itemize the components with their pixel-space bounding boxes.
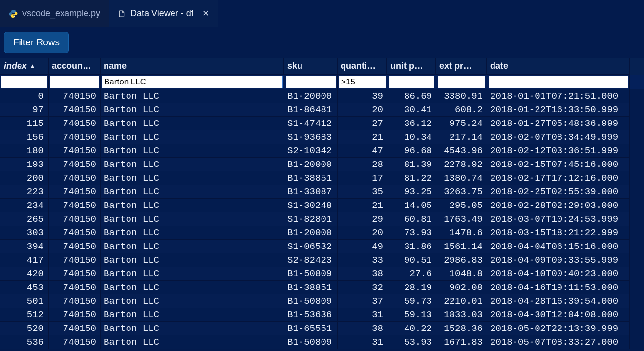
- cell-sku: B1-86481: [284, 103, 338, 117]
- table-row[interactable]: 417740150Barton LLCS2-824233390.512986.8…: [0, 253, 644, 267]
- cell-unit_price: 53.93: [387, 335, 436, 349]
- cell-unit_price: 59.13: [387, 308, 436, 322]
- cell-unit_price: 10.34: [387, 130, 436, 144]
- table-row[interactable]: 234740150Barton LLCS1-302482114.05295.05…: [0, 199, 644, 212]
- column-header-quantity[interactable]: quanti…: [338, 58, 387, 75]
- cell-name: Barton LLC: [101, 253, 284, 267]
- cell-sku: B1-20000: [284, 89, 338, 103]
- tab-vscode-example[interactable]: vscode_example.py: [0, 0, 109, 27]
- table-row[interactable]: 453740150Barton LLCB1-388513228.19902.08…: [0, 281, 644, 294]
- table-row[interactable]: 512740150Barton LLCB1-536363159.131833.0…: [0, 308, 644, 322]
- filter-input-ext-price[interactable]: [438, 76, 485, 88]
- cell-unit_price: 30.41: [387, 103, 436, 117]
- filter-input-index[interactable]: [1, 76, 47, 88]
- grid-header-row: index ▲ accoun… name sku quanti… unit p……: [0, 58, 644, 75]
- table-row[interactable]: 156740150Barton LLCS1-936832110.34217.14…: [0, 130, 644, 144]
- column-header-ext-price[interactable]: ext pr…: [436, 58, 487, 75]
- svg-point-1: [14, 16, 15, 16]
- column-header-account[interactable]: accoun…: [49, 58, 101, 75]
- file-icon: [118, 10, 126, 18]
- table-row[interactable]: 0740150Barton LLCB1-200003986.693380.912…: [0, 89, 644, 103]
- cell-date: 2018-02-17T17:12:16.000: [487, 171, 630, 185]
- cell-index: 536: [0, 335, 49, 349]
- filter-input-sku[interactable]: [286, 76, 336, 88]
- close-icon[interactable]: ✕: [202, 8, 209, 19]
- cell-date: 2018-03-07T10:24:53.999: [487, 212, 630, 226]
- table-row[interactable]: 97740150Barton LLCB1-864812030.41608.220…: [0, 103, 644, 117]
- table-row[interactable]: 115740150Barton LLCS1-474122736.12975.24…: [0, 117, 644, 130]
- filter-input-name[interactable]: [102, 76, 282, 88]
- table-row[interactable]: 501740150Barton LLCB1-508093759.732210.0…: [0, 294, 644, 308]
- cell-ext_price: 1763.49: [436, 212, 487, 226]
- cell-date: 2018-02-15T07:45:16.000: [487, 158, 630, 171]
- filter-rows-button[interactable]: Filter Rows: [4, 32, 69, 53]
- cell-date: 2018-01-22T16:33:50.999: [487, 103, 630, 117]
- cell-ext_price: 3380.91: [436, 89, 487, 103]
- table-row[interactable]: 303740150Barton LLCB1-200002073.931478.6…: [0, 226, 644, 240]
- table-row[interactable]: 223740150Barton LLCB1-330873593.253263.7…: [0, 185, 644, 199]
- cell-account: 740150: [49, 267, 101, 281]
- cell-index: 193: [0, 158, 49, 171]
- cell-name: Barton LLC: [101, 144, 284, 158]
- cell-account: 740150: [49, 171, 101, 185]
- cell-quantity: 21: [338, 130, 387, 144]
- cell-ext_price: 2986.83: [436, 253, 487, 267]
- cell-name: Barton LLC: [101, 267, 284, 281]
- table-row[interactable]: 520740150Barton LLCB1-655513840.221528.3…: [0, 322, 644, 335]
- filter-input-account[interactable]: [50, 76, 99, 88]
- data-grid: index ▲ accoun… name sku quanti… unit p……: [0, 58, 644, 349]
- filter-input-quantity[interactable]: [339, 76, 386, 88]
- grid-body: 0740150Barton LLCB1-200003986.693380.912…: [0, 89, 644, 349]
- column-header-name[interactable]: name: [101, 58, 284, 75]
- cell-ext_price: 1528.36: [436, 322, 487, 335]
- tab-data-viewer[interactable]: Data Viewer - df ✕: [109, 0, 218, 27]
- cell-account: 740150: [49, 240, 101, 253]
- cell-quantity: 35: [338, 185, 387, 199]
- cell-sku: S1-06532: [284, 240, 338, 253]
- cell-ext_price: 2278.92: [436, 158, 487, 171]
- cell-date: 2018-04-04T06:15:16.000: [487, 240, 630, 253]
- cell-sku: B1-65551: [284, 322, 338, 335]
- table-row[interactable]: 200740150Barton LLCB1-388511781.221380.7…: [0, 171, 644, 185]
- cell-date: 2018-04-30T12:04:08.000: [487, 308, 630, 322]
- cell-index: 97: [0, 103, 49, 117]
- cell-unit_price: 36.12: [387, 117, 436, 130]
- filter-input-unit-price[interactable]: [389, 76, 434, 88]
- cell-quantity: 39: [338, 89, 387, 103]
- table-row[interactable]: 420740150Barton LLCB1-508093827.61048.82…: [0, 267, 644, 281]
- table-row[interactable]: 536740150Barton LLCB1-508093153.931671.8…: [0, 335, 644, 349]
- column-header-sku[interactable]: sku: [284, 58, 338, 75]
- cell-date: 2018-02-07T08:34:49.999: [487, 130, 630, 144]
- table-row[interactable]: 180740150Barton LLCS2-103424796.684543.9…: [0, 144, 644, 158]
- data-viewer-toolbar: Filter Rows: [0, 27, 644, 58]
- cell-unit_price: 93.25: [387, 185, 436, 199]
- column-header-index[interactable]: index ▲: [0, 58, 49, 75]
- cell-name: Barton LLC: [101, 294, 284, 308]
- column-header-date[interactable]: date: [487, 58, 630, 75]
- table-row[interactable]: 193740150Barton LLCB1-200002881.392278.9…: [0, 158, 644, 171]
- cell-unit_price: 73.93: [387, 226, 436, 240]
- cell-sku: S1-82801: [284, 212, 338, 226]
- cell-index: 417: [0, 253, 49, 267]
- cell-date: 2018-02-25T02:55:39.000: [487, 185, 630, 199]
- column-header-unit-price[interactable]: unit p…: [387, 58, 436, 75]
- sort-asc-icon: ▲: [30, 63, 35, 69]
- cell-sku: S2-82423: [284, 253, 338, 267]
- cell-unit_price: 14.05: [387, 199, 436, 212]
- cell-date: 2018-01-27T05:48:36.999: [487, 117, 630, 130]
- cell-unit_price: 28.19: [387, 281, 436, 294]
- cell-date: 2018-04-10T00:40:23.000: [487, 267, 630, 281]
- cell-ext_price: 1671.83: [436, 335, 487, 349]
- cell-index: 180: [0, 144, 49, 158]
- cell-name: Barton LLC: [101, 226, 284, 240]
- cell-sku: S2-10342: [284, 144, 338, 158]
- table-row[interactable]: 394740150Barton LLCS1-065324931.861561.1…: [0, 240, 644, 253]
- filter-input-date[interactable]: [489, 76, 628, 88]
- cell-ext_price: 1478.6: [436, 226, 487, 240]
- cell-ext_price: 2210.01: [436, 294, 487, 308]
- table-row[interactable]: 265740150Barton LLCS1-828012960.811763.4…: [0, 212, 644, 226]
- cell-sku: B1-50809: [284, 294, 338, 308]
- cell-account: 740150: [49, 212, 101, 226]
- cell-index: 0: [0, 89, 49, 103]
- cell-quantity: 27: [338, 117, 387, 130]
